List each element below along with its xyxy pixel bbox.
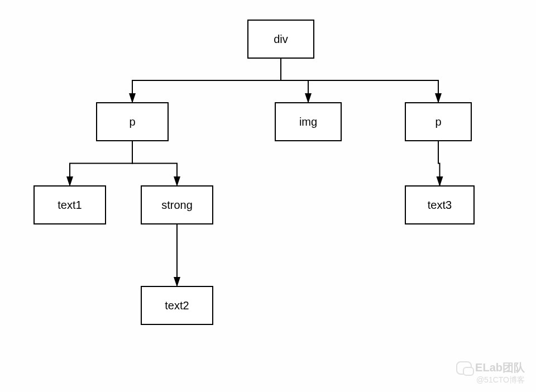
node-text3: text3 [405,185,475,224]
watermark-sub: @51CTO博客 [476,375,525,385]
watermark-label: ELab团队 [475,360,525,375]
node-p-right: p [405,102,472,141]
node-p-left: p [96,102,169,141]
node-strong: strong [141,185,213,224]
wechat-icon [456,361,472,375]
node-div: div [247,20,314,59]
watermark: ELab团队 [456,360,525,375]
node-img: img [275,102,342,141]
node-text2: text2 [141,286,213,325]
node-text1: text1 [34,185,106,224]
